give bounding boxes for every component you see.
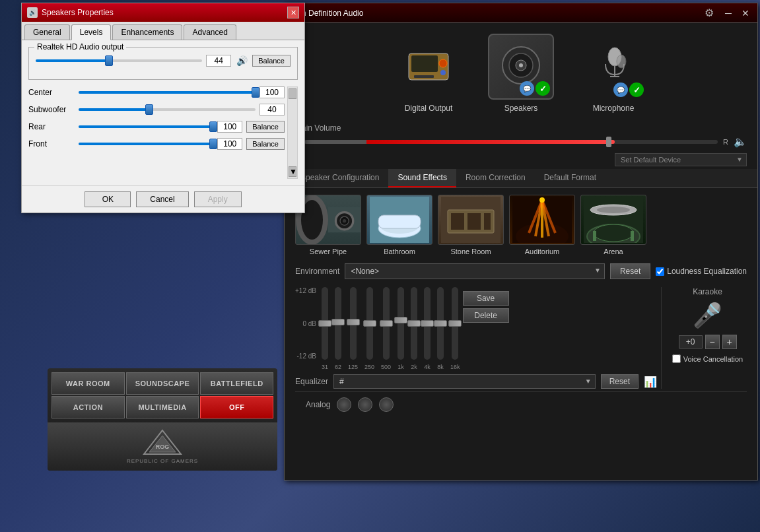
svg-point-5: [439, 59, 447, 67]
loudness-eq-label[interactable]: Loudness Equalization: [656, 267, 747, 276]
db-zero: 0 dB: [295, 320, 316, 327]
front-balance-button[interactable]: Balance: [246, 138, 285, 150]
voice-cancel-checkbox[interactable]: [672, 354, 681, 363]
fader-thumb-500hz[interactable]: [380, 320, 393, 327]
tab-speaker-config[interactable]: Speaker Configuration: [291, 169, 388, 187]
analog-circle-1[interactable]: [337, 397, 351, 412]
main-balance-button[interactable]: Balance: [252, 55, 291, 67]
env-thumb-auditorium[interactable]: Auditorium: [509, 195, 575, 255]
tab-room-correction[interactable]: Room Correction: [456, 169, 535, 187]
fader-8k: 8k: [437, 287, 444, 370]
fader-track-1k[interactable]: [397, 287, 404, 360]
center-track[interactable]: [79, 91, 256, 94]
svg-point-39: [594, 224, 633, 242]
env-thumb-sewer-pipe[interactable]: Sewer Pipe: [295, 195, 361, 255]
eq-main: +12 dB 0 dB -12 dB 31: [295, 287, 657, 389]
fader-track-250hz[interactable]: [366, 287, 373, 360]
scrollbar[interactable]: ▼: [287, 86, 298, 179]
env-thumb-bathroom[interactable]: Bathroom: [366, 195, 432, 255]
fader-thumb-4k[interactable]: [421, 320, 434, 327]
rear-balance-button[interactable]: Balance: [246, 121, 285, 133]
sewer-pipe-visual: [328, 197, 361, 243]
environment-row: Environment <None> ▼ Reset Loudness Equa…: [295, 263, 747, 279]
fader-thumb-31hz[interactable]: [318, 320, 331, 327]
rog-multimedia-button[interactable]: MULTIMEDIA: [126, 396, 199, 418]
rog-battlefield-button[interactable]: BATTLEFIELD: [200, 372, 273, 395]
speakers-check: ✓: [535, 81, 550, 96]
subwoofer-track[interactable]: [79, 108, 256, 111]
karaoke-increment-button[interactable]: +: [722, 335, 737, 349]
device-speakers[interactable]: 💬 ✓ Speakers: [488, 34, 554, 113]
save-button[interactable]: Save: [463, 291, 509, 306]
env-thumb-stone-room[interactable]: Stone Room: [438, 195, 504, 255]
environment-reset-button[interactable]: Reset: [610, 263, 650, 279]
mute-icon[interactable]: 🔈: [734, 135, 747, 148]
close-button[interactable]: ✕: [739, 7, 752, 20]
eq-bars-icon[interactable]: 📊: [644, 376, 657, 388]
fader-thumb-62hz[interactable]: [331, 319, 345, 325]
tab-enhancements[interactable]: Enhancements: [112, 24, 182, 40]
analog-circle-3[interactable]: [379, 397, 394, 412]
fader-track-31hz[interactable]: [322, 287, 328, 360]
rog-soundscape-button[interactable]: SOUNDSCAPE: [126, 372, 199, 395]
fader-thumb-125hz[interactable]: [347, 319, 360, 325]
svg-point-11: [519, 63, 523, 67]
mute-button[interactable]: 🔊: [235, 54, 248, 67]
fader-track-4k[interactable]: [424, 287, 431, 360]
front-track[interactable]: [79, 143, 213, 145]
tab-sound-effects[interactable]: Sound Effects: [388, 169, 456, 187]
fader-thumb-1k[interactable]: [394, 317, 407, 323]
tab-advanced[interactable]: Advanced: [184, 24, 236, 40]
fader-thumb-250hz[interactable]: [363, 320, 376, 327]
karaoke-counter: +0 − +: [679, 335, 737, 349]
tab-default-format[interactable]: Default Format: [535, 169, 605, 187]
device-digital-output[interactable]: Digital Output: [396, 34, 462, 113]
fader-track-8k[interactable]: [437, 287, 444, 360]
cancel-button[interactable]: Cancel: [136, 191, 188, 207]
speakers-tabs: General Levels Enhancements Advanced: [22, 22, 304, 40]
eq-preset-select[interactable]: #: [333, 374, 596, 389]
loudness-eq-checkbox[interactable]: [656, 267, 664, 276]
volume-track[interactable]: [304, 140, 718, 144]
freq-4k: 4k: [424, 364, 431, 370]
rog-panel: WAR ROOM SOUNDSCAPE BATTLEFIELD ACTION M…: [48, 368, 277, 471]
main-volume-track[interactable]: [36, 59, 202, 62]
rog-off-button[interactable]: OFF: [200, 396, 273, 418]
stone-room-visual: [441, 197, 501, 243]
environment-select[interactable]: <None>: [345, 263, 605, 279]
fader-track-2k[interactable]: [411, 287, 417, 360]
rear-track[interactable]: [79, 125, 213, 128]
settings-icon[interactable]: ⚙: [705, 7, 718, 20]
fader-1k: 1k: [397, 287, 404, 370]
fader-thumb-2k[interactable]: [407, 320, 421, 327]
fader-track-125hz[interactable]: [350, 287, 357, 360]
karaoke-decrement-button[interactable]: −: [705, 335, 720, 349]
speakers-footer: OK Cancel Apply: [22, 185, 304, 213]
speakers-close-button[interactable]: ✕: [287, 7, 299, 18]
fader-track-16k[interactable]: [452, 287, 458, 360]
apply-button[interactable]: Apply: [194, 191, 242, 207]
subwoofer-row: Subwoofer 40: [28, 104, 285, 116]
rog-action-button[interactable]: ACTION: [52, 396, 125, 418]
delete-button[interactable]: Delete: [463, 308, 509, 323]
minimize-button[interactable]: ─: [722, 7, 735, 20]
digital-output-icon-wrap: [396, 34, 462, 100]
fader-thumb-16k[interactable]: [448, 320, 462, 327]
fader-thumb-8k[interactable]: [434, 320, 447, 327]
tab-general[interactable]: General: [24, 24, 70, 40]
freq-31hz: 31: [322, 364, 328, 370]
env-img-auditorium: [509, 195, 575, 245]
tab-levels[interactable]: Levels: [71, 24, 112, 40]
ok-button[interactable]: OK: [85, 191, 131, 207]
env-img-bathroom: [366, 195, 432, 245]
voice-cancel-label[interactable]: Voice Cancellation: [672, 354, 743, 363]
analog-circle-2[interactable]: [358, 397, 372, 412]
fader-track-500hz[interactable]: [383, 287, 390, 360]
device-microphone[interactable]: 💬 ✓ Microphone: [580, 34, 646, 113]
fader-track-62hz[interactable]: [335, 287, 341, 360]
env-thumb-arena[interactable]: Arena: [580, 195, 646, 255]
rog-warroom-button[interactable]: WAR ROOM: [52, 372, 125, 395]
eq-reset-button[interactable]: Reset: [601, 374, 639, 389]
svg-point-36: [539, 197, 545, 203]
default-device-select[interactable]: Set Default Device: [615, 153, 747, 166]
